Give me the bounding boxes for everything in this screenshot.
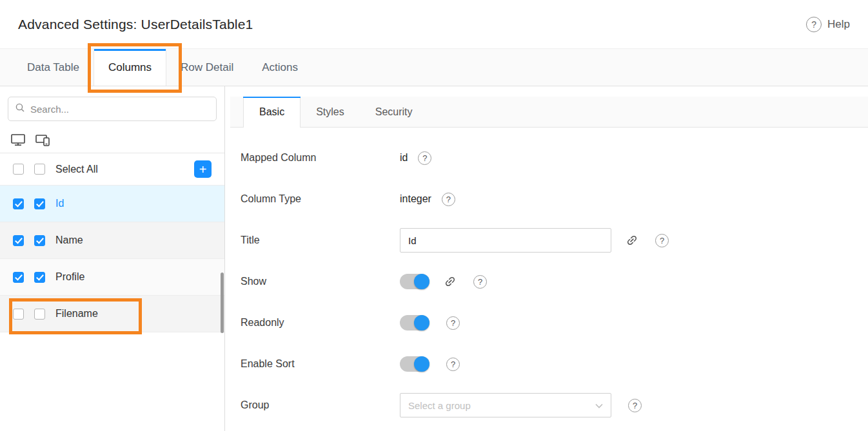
column-type-row: Column Type integer ? <box>241 187 868 211</box>
column-type-help-icon[interactable]: ? <box>442 193 455 206</box>
mapped-column-value: id <box>400 152 408 164</box>
tab-data-table[interactable]: Data Table <box>13 49 94 86</box>
column-row-name[interactable]: Name <box>0 222 224 259</box>
search-icon <box>15 102 25 115</box>
column-row-profile[interactable]: Profile <box>0 259 224 296</box>
title-label: Title <box>241 235 400 246</box>
enable-sort-label: Enable Sort <box>241 358 400 370</box>
enable-sort-toggle[interactable] <box>400 356 429 372</box>
help-button[interactable]: ? Help <box>806 17 850 32</box>
profile-desktop-checkbox[interactable] <box>13 272 24 283</box>
add-column-button[interactable]: + <box>194 160 212 178</box>
tab-columns[interactable]: Columns <box>94 49 166 86</box>
name-desktop-checkbox[interactable] <box>13 235 24 246</box>
column-row-label: Name <box>55 235 83 246</box>
content-area: Select All + Id Name Profile <box>0 86 868 431</box>
show-link-icon[interactable] <box>441 273 459 291</box>
show-help-icon[interactable]: ? <box>473 275 487 289</box>
filename-desktop-checkbox[interactable] <box>13 309 24 320</box>
page-title: Advanced Settings: UserDetailsTable1 <box>18 17 253 32</box>
columns-sidebar: Select All + Id Name Profile <box>0 86 225 431</box>
column-row-filename[interactable]: Filename <box>0 296 224 332</box>
enable-sort-help-icon[interactable]: ? <box>446 358 460 371</box>
filename-mobile-checkbox[interactable] <box>34 309 45 320</box>
readonly-help-icon[interactable]: ? <box>446 316 460 330</box>
help-icon: ? <box>806 17 822 32</box>
group-row: Group Select a group ? <box>241 393 868 417</box>
tab-security[interactable]: Security <box>360 97 428 127</box>
show-toggle[interactable] <box>400 274 429 289</box>
tab-row-detail[interactable]: Row Detail <box>166 49 248 86</box>
readonly-label: Readonly <box>241 317 400 329</box>
column-row-label: Id <box>55 198 64 209</box>
tab-basic[interactable]: Basic <box>243 97 301 128</box>
mobile-icon[interactable] <box>35 133 52 147</box>
mapped-column-row: Mapped Column id ? <box>241 146 868 170</box>
chevron-down-icon <box>595 399 603 411</box>
profile-mobile-checkbox[interactable] <box>34 272 45 283</box>
title-link-icon[interactable] <box>623 231 641 249</box>
advanced-settings-window: Advanced Settings: UserDetailsTable1 ? H… <box>0 0 868 431</box>
tab-actions[interactable]: Actions <box>248 49 312 86</box>
show-row: Show ? <box>241 269 868 294</box>
name-mobile-checkbox[interactable] <box>34 235 45 246</box>
main-tab-bar: Data Table Columns Row Detail Actions <box>0 49 868 86</box>
id-mobile-checkbox[interactable] <box>34 198 45 209</box>
mapped-column-label: Mapped Column <box>241 152 400 164</box>
column-row-label: Filename <box>55 308 98 320</box>
id-desktop-checkbox[interactable] <box>13 198 24 209</box>
desktop-icon[interactable] <box>10 133 26 147</box>
show-label: Show <box>241 276 400 287</box>
enable-sort-row: Enable Sort ? <box>241 352 868 376</box>
mapped-column-help-icon[interactable]: ? <box>418 151 431 165</box>
basic-settings-form: Mapped Column id ? Column Type integer ?… <box>230 128 868 417</box>
search-box <box>8 97 217 121</box>
header: Advanced Settings: UserDetailsTable1 ? H… <box>0 0 868 49</box>
column-type-value: integer <box>400 193 431 205</box>
device-toggle-row <box>0 128 224 153</box>
select-all-mobile-checkbox[interactable] <box>34 164 45 175</box>
column-settings-panel: Basic Styles Security Mapped Column id ?… <box>225 86 868 431</box>
title-row: Title ? <box>241 228 868 253</box>
title-help-icon[interactable]: ? <box>655 234 669 247</box>
select-all-label: Select All <box>55 164 98 175</box>
panel-tab-bar: Basic Styles Security <box>230 97 868 128</box>
title-input[interactable] <box>400 228 611 253</box>
column-row-id[interactable]: Id <box>0 186 224 222</box>
column-row-label: Profile <box>55 271 84 283</box>
group-help-icon[interactable]: ? <box>628 399 642 412</box>
select-all-desktop-checkbox[interactable] <box>13 164 24 175</box>
sidebar-scrollbar[interactable] <box>221 273 224 333</box>
readonly-row: Readonly ? <box>241 311 868 335</box>
group-label: Group <box>241 399 400 411</box>
readonly-toggle[interactable] <box>400 315 429 330</box>
column-type-label: Column Type <box>241 193 400 205</box>
tab-styles[interactable]: Styles <box>301 97 360 127</box>
group-select[interactable]: Select a group <box>400 393 611 417</box>
select-all-row[interactable]: Select All + <box>0 153 224 186</box>
help-label: Help <box>827 18 850 31</box>
group-select-placeholder: Select a group <box>408 400 595 411</box>
search-input[interactable] <box>30 104 210 115</box>
